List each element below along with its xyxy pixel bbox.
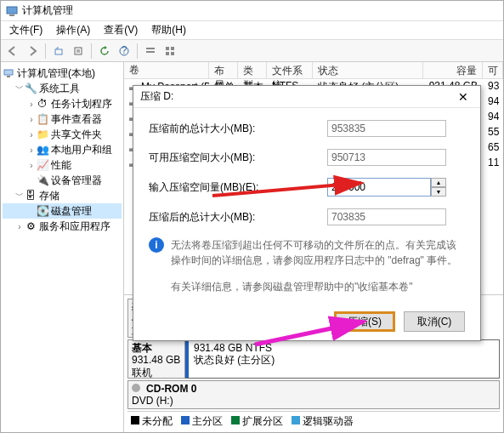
nav-tree: 计算机管理(本地) ﹀🔧系统工具 ›⏱任务计划程序 ›📋事件查看器 ›📁共享文件… — [1, 62, 124, 432]
col-volume[interactable]: 卷 — [124, 62, 209, 78]
disk-row[interactable]: CD-ROM 0 DVD (H:) — [127, 380, 500, 409]
svg-rect-12 — [166, 52, 169, 55]
title-text: 计算机管理 — [22, 3, 73, 18]
value-avail: 950713 — [327, 149, 446, 166]
info-text: 无法将卷压缩到超出任何不可移动的文件所在的点。有关完成该操作时间的详细信息，请参… — [171, 237, 465, 268]
col-cap[interactable]: 容量 — [423, 62, 483, 78]
svg-rect-11 — [171, 47, 174, 50]
app-icon — [6, 5, 18, 17]
tree-event-label: 事件查看器 — [51, 112, 102, 127]
disk-icon: 💽 — [37, 205, 48, 217]
col-layout[interactable]: 布局 — [209, 62, 238, 78]
tree-shared-label: 共享文件夹 — [51, 128, 102, 142]
legend-ext: 扩展分区 — [231, 414, 283, 429]
tree-event[interactable]: ›📋事件查看器 — [3, 111, 122, 127]
cdrom-letter: DVD (H:) — [132, 395, 173, 407]
dialog-titlebar[interactable]: 压缩 D: ✕ — [133, 86, 480, 108]
list-icon[interactable] — [142, 43, 159, 60]
expand-icon[interactable]: › — [26, 161, 37, 170]
tree-sys-label: 系统工具 — [39, 82, 80, 96]
shrink-amount-input[interactable] — [327, 178, 431, 197]
tree-task[interactable]: ›⏱任务计划程序 — [3, 96, 122, 111]
disk-partition[interactable]: 931.48 GB NTFS 状态良好 (主分区) — [185, 339, 500, 379]
col-status[interactable]: 状态 — [313, 62, 423, 78]
perf-icon: 📈 — [37, 159, 48, 171]
close-icon[interactable]: ✕ — [453, 90, 473, 104]
menu-view[interactable]: 查看(V) — [99, 21, 143, 39]
svg-rect-15 — [7, 76, 10, 77]
svg-rect-2 — [55, 49, 62, 54]
svg-rect-0 — [7, 7, 17, 14]
folder-icon: 📁 — [37, 128, 48, 140]
tree-services-label: 服务和应用程序 — [39, 219, 110, 234]
expand-icon[interactable]: › — [26, 145, 37, 155]
col-fs[interactable]: 文件系统 — [267, 62, 313, 78]
menu-action[interactable]: 操作(A) — [51, 21, 95, 39]
back-icon[interactable] — [4, 43, 21, 60]
col-pf[interactable]: 可 — [483, 62, 503, 78]
storage-icon: 🗄 — [25, 190, 37, 202]
tree-diskmgmt-label: 磁盘管理 — [51, 204, 92, 219]
svg-rect-8 — [146, 48, 155, 49]
toolbar-sep — [45, 43, 46, 59]
field-avail: 可用压缩空间大小(MB): 950713 — [149, 149, 465, 166]
list-header: 卷 布局 类型 文件系统 状态 容量 可 — [124, 62, 503, 79]
legend: 未分配 主分区 扩展分区 逻辑驱动器 — [127, 411, 500, 429]
menu-file[interactable]: 文件(F) — [4, 21, 48, 39]
tree-services[interactable]: ›⚙服务和应用程序 — [3, 219, 122, 234]
spin-up-icon[interactable]: ▲ — [431, 178, 446, 187]
spin-down-icon[interactable]: ▼ — [431, 187, 446, 197]
dialog-body: 压缩前的总计大小(MB): 953835 可用压缩空间大小(MB): 95071… — [133, 108, 480, 340]
collapse-icon[interactable]: ﹀ — [14, 83, 25, 94]
svg-text:?: ? — [122, 46, 127, 56]
legend-primary: 主分区 — [181, 414, 223, 429]
tree-root[interactable]: 计算机管理(本地) — [3, 66, 122, 81]
tree-perf[interactable]: ›📈性能 — [3, 157, 122, 173]
spinner[interactable]: ▲▼ — [431, 178, 446, 197]
tree-diskmgmt[interactable]: 💽磁盘管理 — [3, 203, 122, 219]
svg-rect-14 — [4, 70, 13, 75]
grid-icon[interactable] — [161, 43, 178, 60]
field-input: 输入压缩空间量(MB)(E): ▲▼ — [149, 178, 465, 197]
refresh-icon[interactable] — [96, 43, 113, 60]
label-total-before: 压缩前的总计大小(MB): — [149, 122, 327, 136]
shrink-button[interactable]: 压缩(S) — [334, 311, 395, 332]
help-icon[interactable]: ? — [116, 43, 133, 60]
expand-icon[interactable]: › — [26, 100, 37, 109]
titlebar: 计算机管理 — [1, 1, 503, 21]
expand-icon[interactable]: › — [26, 115, 37, 124]
more-info-text: 有关详细信息，请参阅磁盘管理帮助中的"收缩基本卷" — [149, 280, 465, 294]
partition-status: 状态良好 (主分区) — [194, 354, 275, 366]
tree-users[interactable]: ›👥本地用户和组 — [3, 142, 122, 157]
svg-rect-3 — [75, 48, 82, 54]
toolbar: ? — [1, 40, 503, 62]
forward-icon[interactable] — [24, 43, 41, 60]
label-avail: 可用压缩空间大小(MB): — [149, 151, 327, 165]
tree-devmgr[interactable]: 🔌设备管理器 — [3, 173, 122, 188]
up-icon[interactable] — [50, 43, 67, 60]
expand-icon[interactable]: › — [14, 222, 25, 231]
disk-row[interactable]: 基本 931.48 GB 联机 931.48 GB NTFS 状态良好 (主分区… — [127, 339, 500, 379]
label-total-after: 压缩后的总计大小(MB): — [149, 210, 327, 225]
label-input: 输入压缩空间量(MB)(E): — [149, 180, 327, 195]
info-icon: i — [149, 237, 164, 253]
menubar: 文件(F) 操作(A) 查看(V) 帮助(H) — [1, 21, 503, 40]
tree-users-label: 本地用户和组 — [51, 143, 112, 157]
tree-shared[interactable]: ›📁共享文件夹 — [3, 127, 122, 142]
tree-storage[interactable]: ﹀🗄存储 — [3, 188, 122, 203]
tree-task-label: 任务计划程序 — [51, 97, 112, 111]
tree-sys[interactable]: ﹀🔧系统工具 — [3, 81, 122, 96]
collapse-icon[interactable]: ﹀ — [14, 190, 25, 202]
tree-perf-label: 性能 — [51, 158, 71, 173]
event-icon: 📋 — [37, 113, 48, 125]
cancel-button[interactable]: 取消(C) — [404, 311, 465, 332]
value-total-after: 703835 — [327, 208, 446, 225]
col-type[interactable]: 类型 — [238, 62, 267, 78]
field-total-after: 压缩后的总计大小(MB): 703835 — [149, 208, 465, 225]
expand-icon[interactable]: › — [26, 130, 37, 140]
toolbar-sep-2 — [91, 43, 92, 59]
toolbar-sep-3 — [137, 43, 138, 59]
menu-help[interactable]: 帮助(H) — [146, 21, 191, 39]
tree-root-label: 计算机管理(本地) — [17, 66, 95, 81]
props-icon[interactable] — [70, 43, 87, 60]
